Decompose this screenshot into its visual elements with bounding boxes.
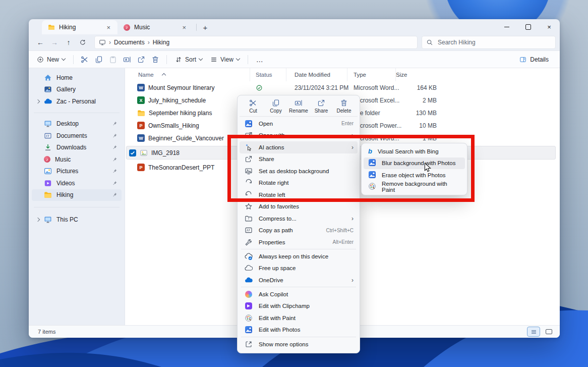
sort-button[interactable]: Sort: [171, 54, 206, 65]
rotate-left-icon: [245, 191, 253, 199]
pictures-icon: [44, 167, 52, 175]
this-pc-icon: [44, 216, 52, 224]
new-tab-button[interactable]: +: [200, 22, 211, 33]
sidebar-item-desktop[interactable]: Desktop: [32, 118, 122, 130]
column-header-name[interactable]: Name: [125, 68, 250, 81]
cut-button[interactable]: [78, 54, 92, 66]
menu-item-open[interactable]: Open Enter: [240, 118, 358, 130]
submenu-item-blur-background-photos[interactable]: Blur background with Photos: [364, 158, 465, 170]
view-button[interactable]: View: [206, 54, 244, 65]
tab-hiking[interactable]: Hiking ×: [42, 20, 117, 34]
gallery-icon: [44, 85, 52, 93]
up-button[interactable]: ↑: [62, 36, 75, 48]
minimize-icon: [504, 27, 509, 27]
menu-item-compress-to[interactable]: Compress to... ›: [240, 213, 358, 225]
thumbnail-view-toggle[interactable]: [543, 327, 555, 336]
rotate-right-icon: [245, 179, 253, 187]
menu-item-rotate-left[interactable]: Rotate left: [240, 189, 358, 201]
delete-button[interactable]: [148, 54, 162, 66]
sidebar-item-home[interactable]: Home: [32, 72, 122, 84]
expand-chevron-icon[interactable]: [36, 99, 40, 103]
menu-item-onedrive[interactable]: OneDrive ›: [240, 274, 358, 286]
tab-label: Hiking: [59, 24, 100, 31]
file-row[interactable]: WMount Seymour Itinerary 23/11/2024 3:21…: [125, 81, 560, 94]
sidebar-item-onedrive-personal[interactable]: Zac - Personal: [32, 95, 122, 108]
tab-label: Music: [134, 24, 176, 31]
cut-quick-button[interactable]: Cut: [243, 99, 264, 114]
menu-item-set-desktop-background[interactable]: Set as desktop background: [240, 165, 358, 177]
maximize-button[interactable]: [517, 19, 539, 34]
details-view-toggle[interactable]: [527, 327, 540, 336]
window-controls: ×: [496, 19, 560, 34]
submenu-item-remove-background-paint[interactable]: Remove background with Paint: [364, 181, 465, 193]
paint-icon: [368, 182, 376, 191]
sidebar-item-videos[interactable]: Videos: [32, 177, 122, 189]
column-header-size[interactable]: Size: [396, 68, 450, 81]
onedrive-cloud-icon: [245, 276, 253, 284]
sidebar-item-pictures[interactable]: Pictures: [32, 166, 122, 178]
forward-button[interactable]: →: [48, 36, 61, 48]
folder-icon: [48, 24, 55, 31]
more-options-icon[interactable]: …: [252, 56, 268, 64]
sidebar-item-gallery[interactable]: Gallery: [32, 84, 122, 96]
view-label: View: [220, 56, 233, 63]
delete-quick-button[interactable]: Delete: [333, 99, 355, 114]
menu-item-copy-as-path[interactable]: Copy as path Ctrl+Shift+C: [240, 225, 358, 237]
menu-item-show-more-options[interactable]: Show more options: [240, 338, 358, 350]
back-button[interactable]: ←: [34, 36, 47, 48]
menu-item-ask-copilot[interactable]: Ask Copilot: [240, 288, 358, 300]
menu-item-open-with[interactable]: Open with ›: [240, 130, 358, 142]
column-header-date-modified[interactable]: Date Modified: [286, 68, 347, 81]
tab-music[interactable]: ♪ Music ×: [117, 20, 193, 34]
menu-item-ai-actions[interactable]: AI actions ›: [240, 141, 358, 153]
music-icon: ♪: [44, 156, 50, 163]
thumbnail-view-icon: [546, 329, 552, 334]
breadcrumb-hiking[interactable]: Hiking: [153, 39, 169, 46]
tab-close-icon[interactable]: ×: [180, 24, 188, 31]
properties-wrench-icon: [245, 238, 253, 246]
menu-item-add-to-favorites[interactable]: Add to favorites: [240, 201, 358, 213]
selected-checkbox[interactable]: [129, 149, 136, 156]
sidebar-item-documents[interactable]: Documents: [32, 130, 122, 142]
breadcrumb-documents[interactable]: Documents: [114, 39, 145, 46]
new-button[interactable]: New: [33, 54, 69, 65]
paste-button[interactable]: [106, 54, 120, 66]
synced-status-icon: [256, 84, 263, 91]
context-menu: Cut Copy Rename Share Delete Open Enter …: [237, 95, 360, 353]
column-header-type[interactable]: Type: [347, 68, 396, 81]
documents-icon: [44, 132, 52, 140]
search-box[interactable]: [422, 36, 556, 49]
sidebar-item-this-pc[interactable]: This PC: [32, 214, 122, 226]
share-quick-button[interactable]: Share: [311, 99, 332, 114]
tab-close-icon[interactable]: ×: [104, 24, 112, 31]
menu-item-edit-with-paint[interactable]: Edit with Paint: [240, 312, 358, 324]
sidebar-item-downloads[interactable]: Downloads: [32, 142, 122, 154]
menu-item-share[interactable]: Share: [240, 153, 358, 166]
details-pane-button[interactable]: Details: [516, 54, 552, 65]
sidebar-item-hiking[interactable]: Hiking: [32, 189, 122, 201]
close-button[interactable]: ×: [539, 19, 560, 34]
search-input[interactable]: [437, 38, 551, 46]
share-button[interactable]: [134, 54, 148, 66]
submenu-item-visual-search-bing[interactable]: b Visual Search with Bing: [364, 145, 465, 158]
refresh-button[interactable]: [76, 36, 89, 48]
copy-button[interactable]: [92, 54, 106, 66]
menu-item-properties[interactable]: Properties Alt+Enter: [240, 236, 358, 248]
expand-chevron-icon[interactable]: [36, 218, 40, 222]
menu-item-always-keep-on-device[interactable]: Always keep on this device: [240, 250, 358, 263]
menu-item-edit-with-clipchamp[interactable]: Edit with Clipchamp: [240, 300, 358, 312]
ai-actions-submenu: b Visual Search with Bing Blur backgroun…: [361, 143, 467, 195]
pin-icon: [111, 156, 117, 163]
submenu-item-erase-object-photos[interactable]: Erase object with Photos: [364, 169, 465, 181]
sidebar-item-music[interactable]: ♪ Music: [32, 153, 122, 166]
rename-quick-button[interactable]: Rename: [288, 99, 309, 114]
sort-ascending-icon: [161, 73, 165, 77]
rename-button[interactable]: [120, 54, 134, 66]
column-header-status[interactable]: Status: [250, 68, 286, 81]
menu-item-rotate-right[interactable]: Rotate right: [240, 177, 358, 189]
minimize-button[interactable]: [496, 19, 517, 34]
menu-item-edit-with-photos[interactable]: Edit with Photos: [240, 324, 358, 336]
breadcrumb[interactable]: › Documents › Hiking: [94, 36, 418, 49]
menu-item-free-up-space[interactable]: Free up space: [240, 263, 358, 275]
copy-quick-button[interactable]: Copy: [265, 99, 286, 114]
